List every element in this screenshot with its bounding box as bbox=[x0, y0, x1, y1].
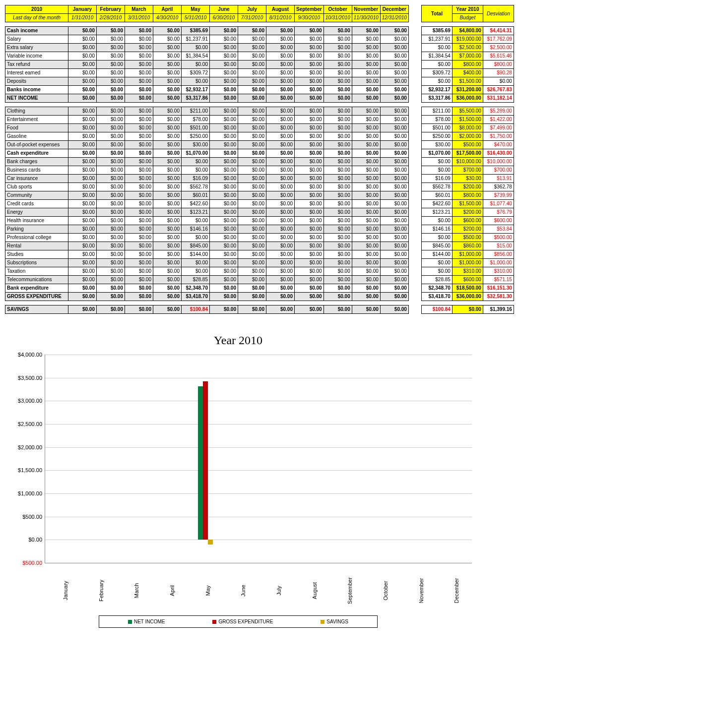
cell-value: $0.00 bbox=[153, 86, 182, 94]
table-row: Rental$0.00$0.00$0.00$0.00$845.00$0.00$0… bbox=[5, 242, 409, 250]
cell-value: $0.00 bbox=[295, 259, 324, 267]
cell-value: $0.00 bbox=[266, 61, 295, 69]
summary-row: $3,317.86$36,000.00$31,182.14 bbox=[421, 94, 514, 103]
cell-value: $0.00 bbox=[324, 158, 352, 166]
cell-value: $0.00 bbox=[266, 276, 295, 284]
total-cell: $0.00 bbox=[421, 166, 452, 175]
table-row: Bank expenditure$0.00$0.00$0.00$0.00$2,3… bbox=[5, 284, 409, 293]
table-row: Clothing$0.00$0.00$0.00$0.00$211.00$0.00… bbox=[5, 107, 409, 116]
cell-value: $0.00 bbox=[153, 69, 182, 77]
cell-value: $0.00 bbox=[380, 86, 408, 94]
total-cell: $28.85 bbox=[421, 276, 452, 284]
budget-cell: $5,500.00 bbox=[452, 107, 483, 116]
deviation-cell: $16,151.30 bbox=[483, 284, 514, 293]
cell-value: $0.00 bbox=[238, 77, 266, 86]
cell-value: $0.00 bbox=[125, 149, 153, 158]
cell-value: $0.00 bbox=[324, 183, 352, 191]
cell-value: $0.00 bbox=[210, 259, 238, 267]
budget-cell: $1,500.00 bbox=[452, 200, 483, 208]
deviation-cell: $470.00 bbox=[483, 141, 514, 149]
x-tick-label: March bbox=[133, 583, 139, 599]
cell-value: $0.00 bbox=[380, 35, 408, 44]
budget-cell: $18,500.00 bbox=[452, 284, 483, 293]
cell-value: $0.00 bbox=[266, 259, 295, 267]
deviation-cell: $17,762.09 bbox=[483, 35, 514, 44]
row-label: Car insurance bbox=[5, 175, 68, 183]
x-tick-label: October bbox=[383, 581, 389, 600]
x-tick-label: December bbox=[454, 578, 459, 604]
total-cell: $100.84 bbox=[421, 305, 452, 314]
budget-cell: $200.00 bbox=[452, 208, 483, 217]
summary-row: $3,418.70$36,000.00$32,581.30 bbox=[421, 293, 514, 301]
cell-value: $0.00 bbox=[68, 200, 97, 208]
total-cell: $501.00 bbox=[421, 124, 452, 132]
cell-value: $0.00 bbox=[97, 259, 125, 267]
cell-value: $0.00 bbox=[210, 94, 238, 103]
cell-value: $0.00 bbox=[380, 44, 408, 52]
total-cell: $309.72 bbox=[421, 69, 452, 77]
cell-value: $0.00 bbox=[68, 69, 97, 77]
x-tick-label: November bbox=[418, 578, 424, 604]
deviation-cell: $90.28 bbox=[483, 69, 514, 77]
deviation-cell: $10,000.00 bbox=[483, 158, 514, 166]
cell-value: $0.00 bbox=[153, 44, 182, 52]
cell-value: $0.00 bbox=[153, 217, 182, 225]
cell-value: $0.00 bbox=[68, 86, 97, 94]
cell-value: $0.00 bbox=[352, 293, 380, 301]
cell-value: $0.00 bbox=[295, 124, 324, 132]
cell-value: $0.00 bbox=[238, 208, 266, 217]
x-tick-label: May bbox=[205, 586, 211, 596]
cell-value: $0.00 bbox=[210, 276, 238, 284]
table-row: Professional college$0.00$0.00$0.00$0.00… bbox=[5, 234, 409, 242]
summary-row: $1,070.00$17,500.00$16,430.00 bbox=[421, 149, 514, 158]
cell-value: $0.00 bbox=[238, 183, 266, 191]
budget-cell: $860.00 bbox=[452, 242, 483, 250]
cell-value: $0.00 bbox=[97, 267, 125, 276]
cell-value: $0.00 bbox=[266, 77, 295, 86]
budget-cell: $30.00 bbox=[452, 175, 483, 183]
table-row: Banks income$0.00$0.00$0.00$0.00$2,932.1… bbox=[5, 86, 409, 94]
cell-value: $0.00 bbox=[68, 242, 97, 250]
cell-value: $0.00 bbox=[324, 132, 352, 141]
cell-value: $0.00 bbox=[210, 149, 238, 158]
x-tick-label: June bbox=[240, 585, 246, 597]
row-label: Bank expenditure bbox=[5, 284, 68, 293]
row-label: Interest earned bbox=[5, 69, 68, 77]
cell-value: $0.00 bbox=[352, 52, 380, 61]
cell-value: $0.00 bbox=[266, 191, 295, 200]
cell-value: $0.00 bbox=[97, 250, 125, 259]
summary-row: $1,237.91$19,000.00$17,762.09 bbox=[421, 35, 514, 44]
cell-value: $0.00 bbox=[295, 86, 324, 94]
total-cell: $144.00 bbox=[421, 250, 452, 259]
summary-row: $144.00$1,000.00$856.00 bbox=[421, 250, 514, 259]
budget-cell: $7,000.00 bbox=[452, 52, 483, 61]
summary-row: $30.00$500.00$470.00 bbox=[421, 141, 514, 149]
header-month: May bbox=[182, 5, 210, 14]
deviation-cell: $31,182.14 bbox=[483, 94, 514, 103]
cell-value: $0.00 bbox=[295, 69, 324, 77]
y-tick-label: $2,000.00 bbox=[18, 444, 45, 450]
cell-value: $0.00 bbox=[295, 191, 324, 200]
header-month: January bbox=[68, 5, 97, 14]
row-label: Community bbox=[5, 191, 68, 200]
cell-value: $0.00 bbox=[125, 86, 153, 94]
cell-value: $0.00 bbox=[352, 27, 380, 35]
cell-value: $0.00 bbox=[380, 61, 408, 69]
cell-value: $0.00 bbox=[238, 175, 266, 183]
cell-value: $0.00 bbox=[153, 124, 182, 132]
cell-value: $0.00 bbox=[324, 35, 352, 44]
cell-value: $0.00 bbox=[324, 69, 352, 77]
cell-value: $0.00 bbox=[266, 250, 295, 259]
cell-value: $0.00 bbox=[266, 225, 295, 234]
cell-value: $0.00 bbox=[125, 94, 153, 103]
chart-bar bbox=[198, 386, 203, 540]
row-label: Parking bbox=[5, 225, 68, 234]
cell-value: $0.00 bbox=[238, 293, 266, 301]
budget-cell: $500.00 bbox=[452, 234, 483, 242]
cell-value: $0.00 bbox=[238, 284, 266, 293]
deviation-cell: $700.00 bbox=[483, 166, 514, 175]
cell-value: $0.00 bbox=[153, 94, 182, 103]
header-year-sub: Last day of the month bbox=[5, 14, 68, 22]
cell-value: $0.00 bbox=[210, 191, 238, 200]
cell-value: $0.00 bbox=[380, 200, 408, 208]
